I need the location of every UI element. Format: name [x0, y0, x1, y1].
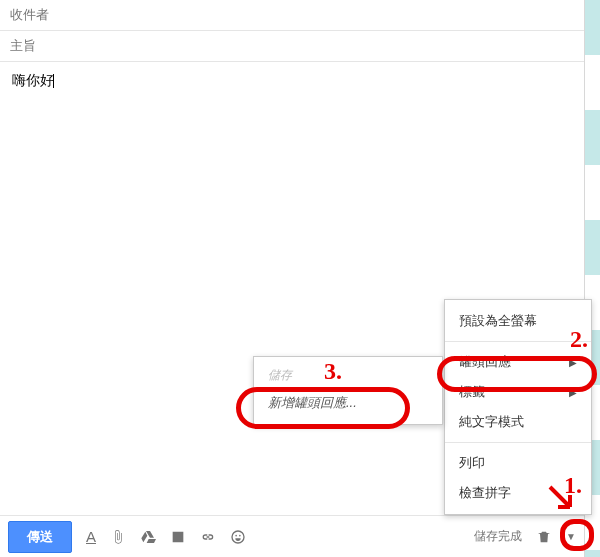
menu-plaintext-label: 純文字模式: [459, 413, 524, 431]
menu-labels-label: 標籤: [459, 383, 485, 401]
menu-plaintext[interactable]: 純文字模式: [445, 407, 591, 437]
recipients-field[interactable]: 收件者: [0, 0, 584, 31]
canned-response-submenu: 儲存 新增罐頭回應...: [253, 356, 443, 425]
menu-separator: [445, 442, 591, 443]
more-options-menu: 預設為全螢幕 罐頭回應 ▶ 標籤 ▶ 純文字模式 列印 檢查拼字: [444, 299, 592, 515]
font-format-icon[interactable]: A: [86, 528, 96, 545]
menu-spellcheck[interactable]: 檢查拼字: [445, 478, 591, 508]
trash-icon[interactable]: [536, 529, 552, 545]
more-options-button[interactable]: ▼: [566, 531, 576, 542]
submenu-section-header: 儲存: [254, 363, 442, 388]
menu-labels[interactable]: 標籤 ▶: [445, 377, 591, 407]
submenu-arrow-icon: ▶: [569, 387, 577, 398]
submenu-arrow-icon: ▶: [569, 357, 577, 368]
emoji-icon[interactable]: [230, 529, 246, 545]
text-caret: [53, 74, 54, 88]
menu-canned-responses[interactable]: 罐頭回應 ▶: [445, 347, 591, 377]
save-status: 儲存完成: [474, 528, 522, 545]
compose-toolbar: 傳送 A 儲存完成 ▼: [0, 515, 584, 557]
menu-print[interactable]: 列印: [445, 448, 591, 478]
menu-print-label: 列印: [459, 454, 485, 472]
link-icon[interactable]: [200, 529, 216, 545]
drive-icon[interactable]: [140, 529, 156, 545]
menu-fullscreen-label: 預設為全螢幕: [459, 312, 537, 330]
send-button[interactable]: 傳送: [8, 521, 72, 553]
attach-icon[interactable]: [110, 529, 126, 545]
menu-spell-label: 檢查拼字: [459, 484, 511, 502]
subject-field[interactable]: 主旨: [0, 31, 584, 62]
body-text: 嗨你好: [12, 72, 54, 88]
photo-icon[interactable]: [170, 529, 186, 545]
menu-fullscreen[interactable]: 預設為全螢幕: [445, 306, 591, 336]
menu-canned-label: 罐頭回應: [459, 353, 511, 371]
submenu-new-canned[interactable]: 新增罐頭回應...: [254, 388, 442, 418]
menu-separator: [445, 341, 591, 342]
